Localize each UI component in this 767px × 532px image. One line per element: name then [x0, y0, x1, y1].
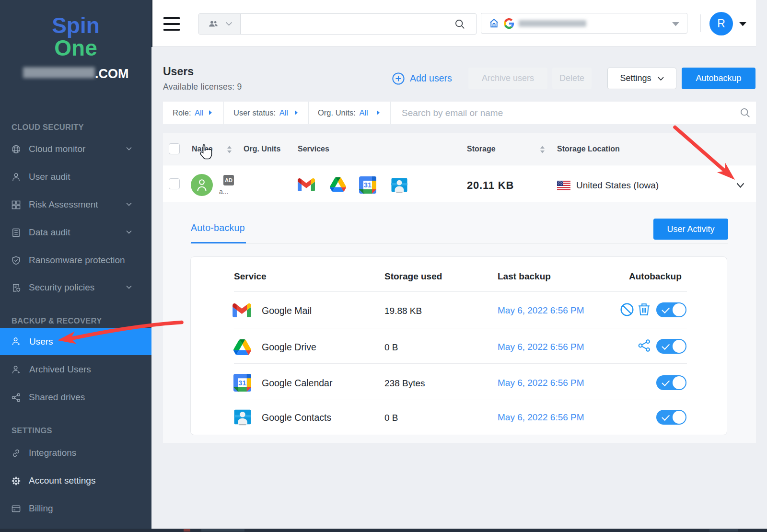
svg-text:31: 31 [364, 181, 372, 189]
svg-text:31: 31 [238, 379, 246, 387]
